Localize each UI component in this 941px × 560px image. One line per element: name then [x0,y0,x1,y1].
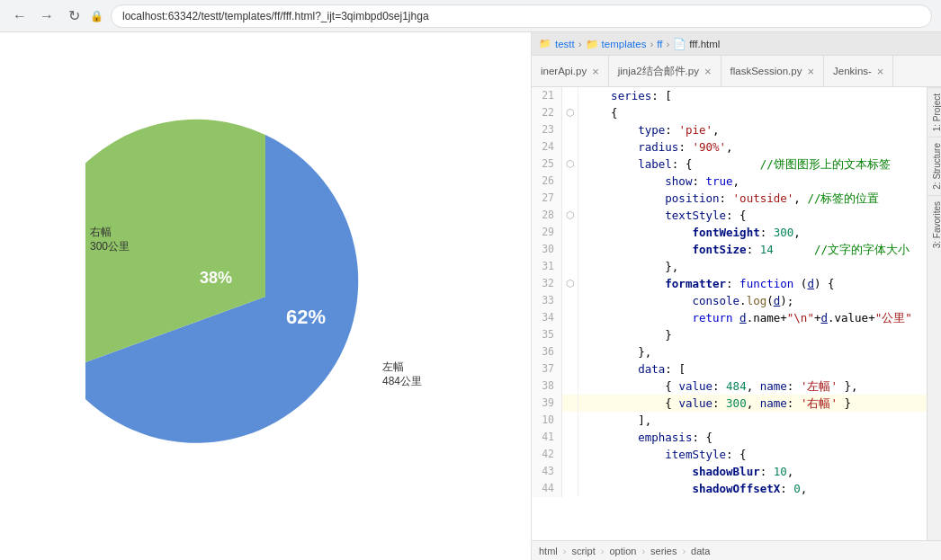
gutter-26 [562,173,578,190]
line-num-44: 44 [532,480,562,497]
tab-inerapi[interactable]: inerApi.py × [532,56,609,86]
gutter-38 [562,378,578,395]
code-editor[interactable]: 21 series: [ 22 ⬡ { 23 [532,87,927,540]
side-vertical-labels: 1: Project 2: Structure 3: Favorites [927,87,941,540]
gutter-31 [562,258,578,275]
back-button[interactable]: ← [9,5,31,27]
gutter-33 [562,292,578,309]
code-content-28: textStyle: { [578,207,927,224]
tab-jinja2[interactable]: jinja2结合邮件.py × [609,56,721,86]
editor-area: 📁 testt › 📁 templates › ff › 📄 fff.html … [531,32,941,560]
code-content-37: data: [ [578,360,927,378]
code-line-41: 41 emphasis: { [532,429,927,446]
code-content-26: show: true, [578,173,927,190]
code-line-22: 22 ⬡ { [532,104,927,121]
code-content-44: shadowOffsetX: 0, [578,480,927,497]
code-content-24: radius: '90%', [578,138,927,156]
tabs-bar: inerApi.py × jinja2结合邮件.py × flaskSessio… [532,56,941,87]
path-ff[interactable]: ff [657,39,662,49]
gutter-32: ⬡ [562,275,578,292]
side-label-structure[interactable]: 2: Structure [928,137,942,195]
code-line-43: 43 shadowBlur: 10, [532,463,927,480]
code-content-31: }, [578,258,927,275]
gutter-39 [562,395,578,412]
main-layout: 62% 38% 右幅300公里 左幅484公里 📁 testt › 📁 [0,32,941,560]
line-num-24: 24 [532,138,562,156]
tab-flasksession-close[interactable]: × [807,65,814,78]
gutter-44 [562,480,578,497]
code-line-36: 36 }, [532,343,927,360]
gutter-24 [562,138,578,156]
tab-flasksession-label: flaskSession.py [730,66,802,76]
gutter-37 [562,360,578,378]
gutter-23 [562,121,578,138]
tab-flasksession[interactable]: flaskSession.py × [721,56,825,86]
tab-jenkins[interactable]: Jenkins- × [824,56,893,86]
code-line-35: 35 } [532,326,927,343]
code-line-24: 24 radius: '90%', [532,138,927,156]
tab-jenkins-close[interactable]: × [877,65,884,78]
address-bar: ← → ↻ 🔒 [0,0,941,32]
code-line-39: 39 { value: 300, name: '右幅' } [532,395,927,412]
file-icon: 📄 [673,38,686,50]
code-content-34: return d.name+"\n"+d.value+"公里" [578,309,927,326]
code-content-27: position: 'outside', //标签的位置 [578,190,927,207]
code-content-32: formatter: function (d) { [578,275,927,292]
line-num-32: 32 [532,275,562,292]
tab-jinja2-close[interactable]: × [704,65,712,78]
line-num-37: 37 [532,360,562,378]
code-line-42: 42 itemStyle: { [532,446,927,463]
line-num-42: 42 [532,446,562,463]
gutter-42 [562,446,578,463]
side-label-project[interactable]: 1: Project [928,87,942,137]
code-content-30: fontSize: 14 //文字的字体大小 [578,241,927,258]
code-line-32: 32 ⬡ formatter: function (d) { [532,275,927,292]
gutter-41 [562,429,578,446]
reload-button[interactable]: ↻ [63,5,85,27]
editor-wrapper: 21 series: [ 22 ⬡ { 23 [532,87,941,540]
path-testt[interactable]: testt [555,39,575,49]
line-num-29: 29 [532,224,562,241]
code-line-28: 28 ⬡ textStyle: { [532,207,927,224]
editor-path-bar: 📁 testt › 📁 templates › ff › 📄 fff.html [532,32,941,56]
code-content-39: { value: 300, name: '右幅' } [578,395,927,412]
code-content-38: { value: 484, name: '左幅' }, [578,378,927,395]
gutter-22: ⬡ [562,104,578,121]
pie-chart: 62% 38% 右幅300公里 左幅484公里 [85,117,445,476]
code-line-38: 38 { value: 484, name: '左幅' }, [532,378,927,395]
code-line-40: 10 ], [532,412,927,429]
gutter-40 [562,412,578,429]
forward-button[interactable]: → [36,5,58,27]
address-input[interactable] [111,4,932,28]
line-num-21: 21 [532,87,562,104]
code-content-40: ], [578,412,927,429]
gutter-28: ⬡ [562,207,578,224]
green-percent-label: 38% [200,269,232,287]
line-num-41: 41 [532,429,562,446]
gutter-29 [562,224,578,241]
path-templates[interactable]: templates [602,39,647,49]
status-option: option [609,546,636,556]
code-content-42: itemStyle: { [578,446,927,463]
tab-jenkins-label: Jenkins- [833,66,872,76]
tab-inerapi-label: inerApi.py [541,66,587,76]
code-content-23: type: 'pie', [578,121,927,138]
line-num-35: 35 [532,326,562,343]
blue-external-label: 左幅484公里 [382,360,422,390]
line-num-38: 38 [532,378,562,395]
code-content-43: shadowBlur: 10, [578,463,927,480]
code-line-21: 21 series: [ [532,87,927,104]
code-line-44: 44 shadowOffsetX: 0, [532,480,927,497]
code-line-25: 25 ⬡ label: { //饼图图形上的文本标签 [532,156,927,173]
line-num-36: 36 [532,343,562,360]
code-content-22: { [578,104,927,121]
side-label-favorites[interactable]: 3: Favorites [928,195,942,253]
tab-inerapi-close[interactable]: × [592,65,599,78]
gutter-30 [562,241,578,258]
gutter-34 [562,309,578,326]
line-num-25: 25 [532,156,562,173]
code-line-26: 26 show: true, [532,173,927,190]
code-content-25: label: { //饼图图形上的文本标签 [578,156,927,173]
line-num-33: 33 [532,292,562,309]
chart-area: 62% 38% 右幅300公里 左幅484公里 [0,32,531,560]
